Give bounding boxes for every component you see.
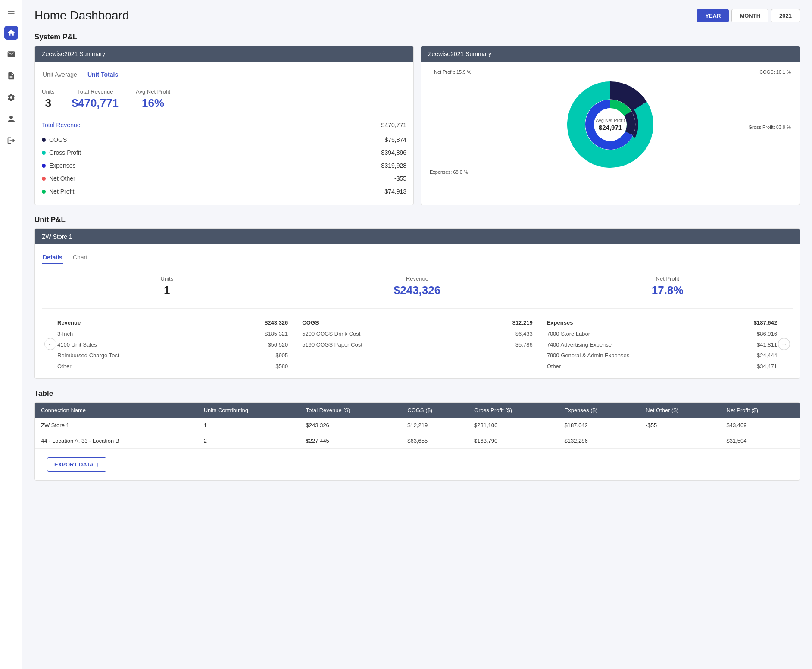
cell-expenses-1: $187,642: [558, 418, 640, 433]
pl-net-other-label: Net Other: [42, 175, 394, 182]
summary-metrics: Units 3 Total Revenue $470,771 Avg Net P…: [42, 88, 406, 110]
breakdown-wrapper: ← Revenue $243,326 3-Inch$185,321: [42, 316, 793, 372]
summary-tabs: Unit Average Unit Totals: [42, 69, 406, 81]
unit-units-value: 1: [46, 284, 288, 297]
tab-details[interactable]: Details: [42, 251, 63, 264]
right-card-header: Zeewise2021 Summary: [421, 46, 800, 62]
tab-chart[interactable]: Chart: [72, 251, 88, 264]
revenue-header: Revenue $243,326: [57, 316, 288, 328]
table-row: ZW Store 1 1 $243,326 $12,219 $231,106 $…: [35, 418, 800, 433]
units-label: Units: [42, 88, 55, 95]
revenue-row-4: Other$580: [57, 361, 288, 372]
sidebar-icon-menu[interactable]: [4, 4, 18, 18]
pl-gross-profit-label: Gross Profit: [42, 149, 381, 156]
expenses-row-3: 7900 General & Admin Expenses$24,444: [547, 350, 777, 361]
unit-pl-card-body: Details Chart Units 1 Revenue $243,326: [35, 244, 800, 378]
data-table: Connection Name Units Contributing Total…: [35, 403, 800, 449]
breakdown-grid: ← Revenue $243,326 3-Inch$185,321: [50, 316, 784, 372]
sidebar-icon-logout[interactable]: [4, 134, 18, 147]
avg-net-profit-value: 16%: [136, 97, 170, 110]
pl-lines: Total Revenue $470,771 COGS $75,874: [42, 119, 406, 198]
prev-unit-arrow[interactable]: ←: [44, 338, 56, 350]
year-value-button[interactable]: 2021: [771, 9, 800, 22]
expenses-row-2: 7400 Advertising Expense$41,811: [547, 339, 777, 350]
cell-netother-2: [640, 433, 720, 449]
sidebar-icon-settings[interactable]: [4, 91, 18, 104]
col-total-revenue: Total Revenue ($): [300, 403, 402, 418]
col-connection-name: Connection Name: [35, 403, 198, 418]
pl-total-revenue-label: Total Revenue: [42, 122, 381, 128]
tab-unit-average[interactable]: Unit Average: [42, 69, 78, 81]
unit-stat-units: Units 1: [42, 271, 292, 301]
cell-gross-2: $163,790: [468, 433, 558, 449]
units-value: 3: [42, 97, 55, 110]
metric-avg-net-profit: Avg Net Profit 16%: [136, 88, 170, 110]
year-button[interactable]: YEAR: [697, 9, 729, 22]
col-gross-profit: Gross Profit ($): [468, 403, 558, 418]
pl-net-other-value: -$55: [394, 175, 406, 182]
pl-net-profit-row: Net Profit $74,913: [42, 185, 406, 198]
cell-netprofit-1: $43,409: [721, 418, 800, 433]
page-title: Home Dashboard: [34, 9, 129, 22]
pl-expenses-value: $319,928: [381, 162, 406, 169]
table-header-row: Connection Name Units Contributing Total…: [35, 403, 800, 418]
download-icon: ↓: [96, 461, 99, 468]
revenue-row-2: 4100 Unit Sales$56,520: [57, 339, 288, 350]
col-net-profit: Net Profit ($): [721, 403, 800, 418]
system-pl-right-card: Zeewise2021 Summary Net Profit: 15.9 % C…: [421, 46, 800, 205]
sidebar-icon-mail[interactable]: [4, 47, 18, 61]
svg-rect-2: [8, 13, 14, 14]
unit-net-profit-value: 17.8%: [547, 284, 788, 297]
cogs-header: COGS $12,219: [302, 316, 532, 328]
donut-svg-proper: Avg Net Profit $24,971: [554, 69, 666, 181]
unit-pl-card: ZW Store 1 Details Chart Units 1 Revenue: [34, 228, 800, 379]
table-section: Table Connection Name Units Contributing…: [34, 389, 800, 481]
avg-net-profit-label: Avg Net Profit: [136, 88, 170, 95]
export-data-button[interactable]: EXPORT DATA ↓: [47, 457, 106, 472]
donut-chart: Avg Net Profit $24,971: [435, 69, 786, 181]
month-button[interactable]: MONTH: [731, 9, 768, 22]
svg-rect-0: [8, 9, 14, 9]
net-profit-dot: [42, 190, 46, 194]
cell-revenue-1: $243,326: [300, 418, 402, 433]
unit-pl-section: Unit P&L ZW Store 1 Details Chart Units …: [34, 216, 800, 379]
revenue-row-1: 3-Inch$185,321: [57, 328, 288, 339]
cell-expenses-2: $132,286: [558, 433, 640, 449]
pl-gross-profit-row: Gross Profit $394,896: [42, 146, 406, 159]
table-section-title: Table: [34, 389, 800, 398]
cell-netprofit-2: $31,504: [721, 433, 800, 449]
right-card-body: Net Profit: 15.9 % COGS: 16.1 % Expenses…: [421, 62, 800, 188]
sidebar-icon-home[interactable]: [4, 26, 18, 40]
left-card-header: Zeewise2021 Summary: [35, 46, 413, 62]
col-units-contributing: Units Contributing: [198, 403, 300, 418]
expenses-row-4: Other$34,471: [547, 361, 777, 372]
header-controls: YEAR MONTH 2021: [697, 9, 800, 22]
unit-revenue-label: Revenue: [297, 275, 538, 282]
pl-cogs-value: $75,874: [384, 136, 406, 143]
sidebar-icon-user[interactable]: [4, 112, 18, 126]
unit-pl-title: Unit P&L: [34, 216, 800, 224]
unit-stat-net-profit: Net Profit 17.8%: [542, 271, 793, 301]
pl-net-profit-label: Net Profit: [42, 188, 384, 195]
tab-unit-totals[interactable]: Unit Totals: [87, 69, 119, 81]
donut-label-text: Avg Net Profit: [596, 118, 625, 123]
cell-units-2: 2: [198, 433, 300, 449]
cell-gross-1: $231,106: [468, 418, 558, 433]
sidebar-icon-document[interactable]: [4, 69, 18, 83]
metric-total-revenue: Total Revenue $470,771: [72, 88, 119, 110]
expenses-dot: [42, 164, 46, 168]
page-header: Home Dashboard YEAR MONTH 2021: [34, 9, 800, 22]
breakdown-revenue-col: Revenue $243,326 3-Inch$185,321 4100 Uni…: [50, 316, 295, 372]
next-unit-arrow[interactable]: →: [778, 338, 790, 350]
total-revenue-label: Total Revenue: [72, 88, 119, 95]
main-content: Home Dashboard YEAR MONTH 2021 System P&…: [22, 0, 812, 669]
donut-value-text: $24,971: [599, 124, 622, 131]
cell-cogs-2: $63,655: [401, 433, 468, 449]
unit-revenue-value: $243,326: [297, 284, 538, 297]
pl-total-revenue-row: Total Revenue $470,771: [42, 119, 406, 131]
cell-cogs-1: $12,219: [401, 418, 468, 433]
pl-total-revenue-val: $470,771: [381, 122, 406, 128]
cell-revenue-2: $227,445: [300, 433, 402, 449]
col-cogs: COGS ($): [401, 403, 468, 418]
col-expenses: Expenses ($): [558, 403, 640, 418]
